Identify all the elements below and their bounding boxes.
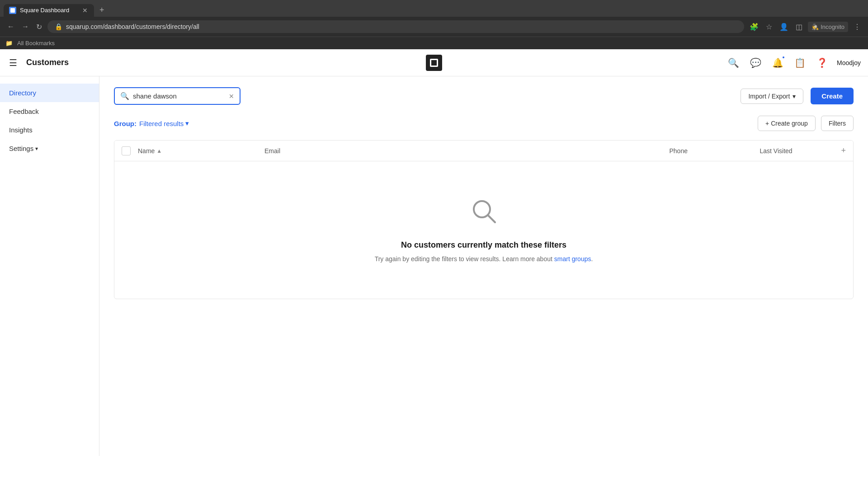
bookmark-btn[interactable]: ☆ [764, 21, 774, 33]
sidebar-item-settings[interactable]: Settings ▾ [0, 139, 99, 158]
notification-dot [782, 56, 785, 59]
create-btn[interactable]: Create [811, 88, 854, 104]
search-clear-btn[interactable]: ✕ [229, 93, 234, 100]
group-value[interactable]: Filtered results ▾ [139, 119, 189, 127]
search-controls: 🔍 ✕ Import / Export ▾ Create [114, 87, 854, 105]
col-name-label: Name [138, 147, 155, 155]
search-icon: 🔍 [120, 92, 129, 100]
incognito-icon: 🕵 [811, 23, 819, 30]
notifications-btn[interactable]: 🔔 [770, 56, 785, 70]
sidebar-item-feedback[interactable]: Feedback [0, 102, 99, 121]
dashboard-btn[interactable]: 📋 [793, 56, 807, 70]
nav-bar: ← → ↻ 🔒 squarup.com/dashboard/customers/… [0, 17, 868, 37]
select-all-checkbox[interactable] [122, 146, 131, 155]
incognito-badge: 🕵 Incognito [808, 22, 848, 32]
nav-actions: 🧩 ☆ 👤 ◫ 🕵 Incognito ⋮ [748, 21, 863, 33]
url-text: squarup.com/dashboard/customers/director… [66, 23, 199, 30]
main-content: 🔍 ✕ Import / Export ▾ Create Group: Filt… [99, 76, 868, 456]
tab-favicon [9, 7, 16, 14]
col-last-visited-label: Last Visited [760, 147, 792, 155]
empty-title: No customers currently match these filte… [401, 240, 566, 250]
empty-state: No customers currently match these filte… [114, 161, 853, 299]
sidebar: Directory Feedback Insights Settings ▾ [0, 76, 99, 456]
browser-chrome: Square Dashboard ✕ + ← → ↻ 🔒 squarup.com… [0, 0, 868, 49]
col-email-label: Email [264, 147, 280, 155]
forward-btn[interactable]: → [20, 21, 31, 33]
group-value-text: Filtered results [139, 120, 184, 127]
svg-line-1 [488, 215, 495, 222]
sidebar-item-label-directory: Directory [9, 89, 36, 97]
smart-groups-link[interactable]: smart groups [554, 255, 591, 263]
new-tab-btn[interactable]: + [96, 4, 108, 17]
chevron-down-icon: ▾ [35, 145, 38, 152]
bookmarks-bar: 📁 All Bookmarks [0, 37, 868, 49]
group-label: Group: [114, 120, 137, 127]
back-btn[interactable]: ← [5, 21, 16, 33]
app-header: ☰ Customers 🔍 💬 🔔 📋 ❓ Moodjoy [0, 49, 868, 76]
col-phone-label: Phone [669, 147, 687, 155]
sort-asc-icon: ▲ [156, 148, 162, 154]
table-header: Name ▲ Email Phone Last Visited + [114, 141, 853, 161]
menu-toggle-btn[interactable]: ☰ [7, 56, 19, 70]
header-logo [426, 55, 442, 71]
extensions-btn[interactable]: 🧩 [748, 21, 760, 33]
sidebar-item-label-insights: Insights [9, 126, 33, 134]
col-last-visited[interactable]: Last Visited [760, 147, 841, 155]
bookmarks-folder-icon: 📁 [5, 40, 13, 47]
add-column-btn[interactable]: + [841, 146, 846, 155]
chevron-down-icon: ▾ [185, 119, 189, 127]
col-phone[interactable]: Phone [669, 147, 760, 155]
app-container: ☰ Customers 🔍 💬 🔔 📋 ❓ Moodjoy Directory [0, 49, 868, 456]
filters-btn[interactable]: Filters [821, 116, 854, 131]
empty-description: Try again by editing the filters to view… [375, 255, 593, 263]
empty-desc-text: Try again by editing the filters to view… [375, 255, 552, 263]
col-name[interactable]: Name ▲ [138, 147, 264, 155]
menu-btn[interactable]: ⋮ [852, 21, 863, 33]
sidebar-item-directory[interactable]: Directory [0, 84, 99, 102]
sidebar-item-label-settings: Settings [9, 145, 33, 152]
import-export-label: Import / Export [748, 93, 790, 100]
empty-search-icon [470, 197, 497, 230]
square-logo [426, 55, 442, 71]
help-btn[interactable]: ❓ [815, 56, 830, 70]
user-name[interactable]: Moodjoy [837, 59, 861, 66]
incognito-label: Incognito [821, 23, 844, 30]
col-email[interactable]: Email [264, 147, 669, 155]
main-layout: Directory Feedback Insights Settings ▾ 🔍… [0, 76, 868, 456]
chevron-down-icon: ▾ [793, 93, 796, 100]
app-title: Customers [26, 58, 69, 67]
refresh-btn[interactable]: ↻ [34, 21, 44, 33]
all-bookmarks-item[interactable]: All Bookmarks [14, 39, 57, 47]
lock-icon: 🔒 [55, 23, 62, 30]
tab-title: Square Dashboard [20, 7, 78, 14]
header-actions: 🔍 💬 🔔 📋 ❓ Moodjoy [726, 56, 861, 70]
messages-btn[interactable]: 💬 [748, 56, 763, 70]
tab-bar: Square Dashboard ✕ + [0, 0, 868, 17]
sidebar-btn[interactable]: ◫ [794, 21, 804, 33]
profile-btn[interactable]: 👤 [778, 21, 790, 33]
table-container: Name ▲ Email Phone Last Visited + [114, 140, 854, 299]
create-group-btn[interactable]: + Create group [758, 116, 816, 131]
square-logo-inner [430, 59, 438, 67]
import-export-btn[interactable]: Import / Export ▾ [741, 89, 803, 104]
url-bar[interactable]: 🔒 squarup.com/dashboard/customers/direct… [47, 20, 744, 33]
search-box[interactable]: 🔍 ✕ [114, 87, 241, 105]
tab-close-btn[interactable]: ✕ [81, 7, 89, 14]
group-bar: Group: Filtered results ▾ + Create group… [114, 116, 854, 131]
active-tab[interactable]: Square Dashboard ✕ [4, 4, 94, 17]
sidebar-item-label-feedback: Feedback [9, 108, 39, 115]
empty-desc-end: . [591, 255, 593, 263]
search-btn[interactable]: 🔍 [726, 56, 741, 70]
search-input[interactable] [133, 92, 225, 100]
sidebar-item-insights[interactable]: Insights [0, 121, 99, 139]
